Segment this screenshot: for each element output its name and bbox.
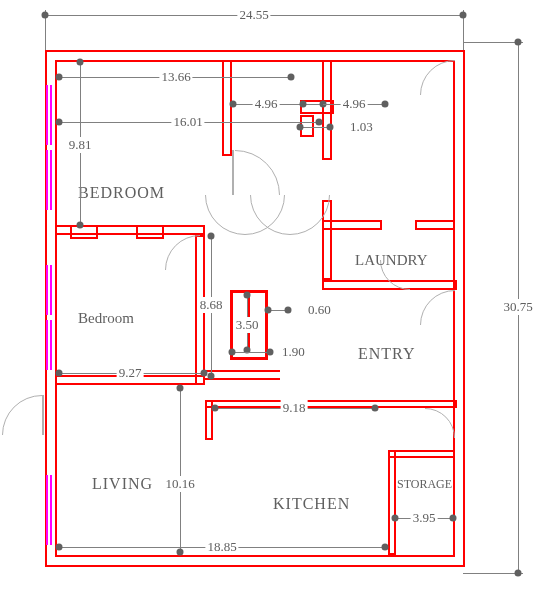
wall-laundry-top-b: [415, 220, 455, 230]
n12: [297, 124, 304, 131]
n7: [230, 101, 237, 108]
dim-496b: 4.96: [341, 96, 368, 112]
n27: [372, 405, 379, 412]
door-entry: [420, 290, 490, 360]
door-storage: [395, 408, 455, 468]
n24: [56, 370, 63, 377]
outer-wall-top: [45, 50, 465, 52]
dim-496a: 4.96: [253, 96, 280, 112]
outer-wall-bottom: [45, 565, 465, 567]
n16: [208, 233, 215, 240]
window-left-5: [46, 475, 52, 545]
outer-wall-right: [463, 50, 465, 567]
dim-1016-line: [180, 388, 181, 552]
n9: [382, 101, 389, 108]
n17: [208, 373, 215, 380]
dim-1885: 18.85: [205, 539, 238, 555]
n28: [177, 385, 184, 392]
n6: [288, 74, 295, 81]
n15: [77, 222, 84, 229]
n20: [265, 307, 272, 314]
n29: [177, 549, 184, 556]
dim-190-line: [232, 352, 270, 353]
label-living: LIVING: [92, 475, 153, 493]
wall-hall-bottom: [205, 370, 280, 372]
n4: [515, 570, 522, 577]
dim-24-55: 24.55: [237, 7, 270, 23]
n31: [382, 544, 389, 551]
window-left-1: [46, 85, 52, 145]
dim-868: 8.68: [198, 297, 225, 313]
wall-bedroom-closet-a: [70, 225, 98, 239]
wall-storage-left: [388, 450, 396, 555]
wall-kitchen-top: [205, 400, 457, 408]
n18: [244, 292, 251, 299]
dim-350: 3.50: [234, 317, 261, 333]
n8: [300, 101, 307, 108]
door-living-leaf: [42, 395, 44, 435]
label-bedroom-lower: Bedroom: [78, 310, 134, 327]
dim-395: 3.95: [411, 510, 438, 526]
floorplan-canvas: BEDROOM Bedroom LAUNDRY ENTRY LIVING KIT…: [0, 0, 545, 606]
wall-storage-top: [388, 450, 455, 458]
n13: [327, 124, 334, 131]
dim-103: 1.03: [348, 119, 375, 135]
dim-190: 1.90: [280, 344, 307, 360]
n26: [212, 405, 219, 412]
window-left-4: [46, 320, 52, 370]
n21: [285, 307, 292, 314]
n32: [392, 515, 399, 522]
wall-bedroom-right: [222, 60, 232, 156]
label-bedroom-upper: BEDROOM: [78, 184, 165, 202]
label-kitchen: KITCHEN: [273, 495, 350, 513]
door-top-right: [420, 60, 490, 130]
n1: [42, 12, 49, 19]
wall-hall-bottom2: [205, 378, 280, 380]
wall-bedroom-closet-b: [136, 225, 164, 239]
label-storage: STORAGE: [397, 477, 452, 492]
dim-1016: 10.16: [163, 476, 196, 492]
dim-103-line: [300, 127, 330, 128]
n11: [316, 119, 323, 126]
n5: [56, 74, 63, 81]
dim-981: 9.81: [67, 137, 94, 153]
n14: [77, 59, 84, 66]
n10: [56, 119, 63, 126]
outer-wall-left-inner: [55, 60, 57, 557]
n33: [450, 515, 457, 522]
dim-918: 9.18: [281, 400, 308, 416]
n3: [515, 39, 522, 46]
dim-13-66: 13.66: [159, 69, 192, 85]
window-left-2: [46, 150, 52, 210]
n22: [229, 349, 236, 356]
dim-30-75: 30.75: [501, 299, 534, 315]
n23: [267, 349, 274, 356]
dim-060: 0.60: [306, 302, 333, 318]
n2: [460, 12, 467, 19]
door-bedroom-leaf: [232, 150, 234, 195]
outer-wall-top-inner: [55, 60, 455, 62]
n25: [201, 370, 208, 377]
dim-927: 9.27: [117, 365, 144, 381]
window-left-3: [46, 265, 52, 315]
label-laundry: LAUNDRY: [355, 252, 428, 269]
outer-wall-bottom-inner: [55, 555, 455, 557]
label-entry: ENTRY: [358, 345, 415, 363]
dim-1601: 16.01: [171, 114, 204, 130]
n30: [56, 544, 63, 551]
wall-laundry-top: [322, 220, 382, 230]
